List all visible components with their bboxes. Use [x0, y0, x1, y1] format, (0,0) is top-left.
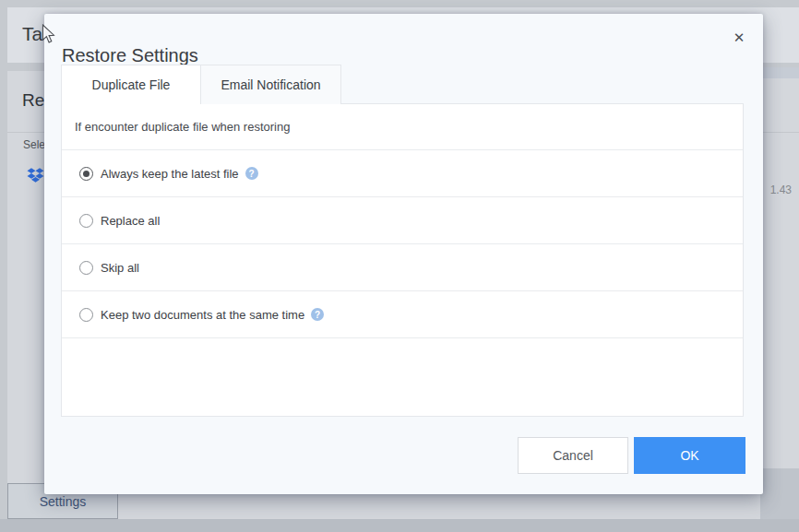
option-label: Skip all	[101, 261, 139, 275]
background-page-title: Ta	[22, 23, 42, 45]
background-section-title: Re	[22, 90, 44, 111]
background-size-value: 1.43	[770, 183, 792, 196]
cancel-button[interactable]: Cancel	[518, 437, 628, 474]
background-select-label: Sele	[23, 138, 45, 151]
option-label: Keep two documents at the same time	[101, 308, 304, 322]
option-row-keep-latest[interactable]: Always keep the latest file ?	[62, 150, 743, 197]
panel-description: If encounter duplicate file when restori…	[62, 104, 743, 150]
option-row-skip-all[interactable]: Skip all	[62, 244, 743, 291]
radio-icon[interactable]	[79, 308, 93, 322]
option-row-keep-two-documents[interactable]: Keep two documents at the same time ?	[62, 291, 743, 338]
close-icon[interactable]: ✕	[729, 28, 749, 48]
tab-bar: Duplicate File Email Notification	[61, 65, 744, 104]
option-label: Replace all	[101, 214, 160, 228]
help-icon[interactable]: ?	[245, 167, 258, 180]
help-icon[interactable]: ?	[311, 308, 324, 321]
radio-icon[interactable]	[79, 214, 93, 228]
duplicate-file-panel: If encounter duplicate file when restori…	[61, 104, 744, 417]
radio-icon[interactable]	[79, 261, 93, 275]
radio-selected-icon[interactable]	[79, 167, 93, 181]
option-label: Always keep the latest file	[101, 167, 239, 181]
dropbox-icon	[27, 167, 44, 183]
background-table-header-band	[763, 67, 799, 78]
tab-email-notification[interactable]: Email Notification	[201, 65, 341, 104]
dialog-title: Restore Settings	[62, 45, 198, 66]
tab-duplicate-file[interactable]: Duplicate File	[61, 65, 201, 104]
background-bottom-strip	[0, 519, 799, 532]
restore-settings-dialog: Restore Settings ✕ Duplicate File Email …	[44, 14, 763, 494]
dialog-footer: Cancel OK	[518, 437, 745, 474]
panel-empty-area	[62, 338, 743, 416]
ok-button[interactable]: OK	[634, 437, 745, 474]
option-row-replace-all[interactable]: Replace all	[62, 197, 743, 244]
